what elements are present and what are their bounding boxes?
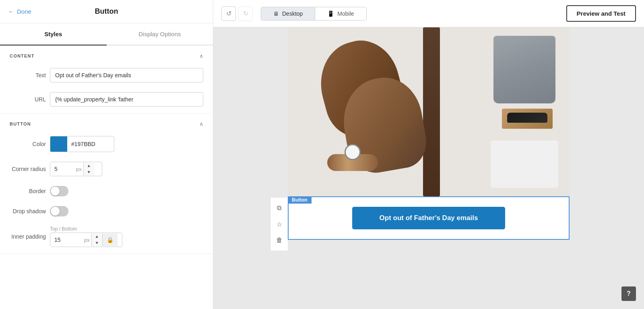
mobile-icon: 📱 <box>327 10 334 17</box>
button-inner: Opt out of Father's Day emails <box>289 197 569 239</box>
content-section: CONTENT ∧ Text URL <box>0 45 213 113</box>
inner-padding-increment[interactable]: ▲ <box>92 233 102 240</box>
corner-radius-decrement[interactable]: ▼ <box>84 169 94 175</box>
corner-radius-stepper: ▲ ▼ <box>83 163 94 175</box>
favorite-tool-button[interactable]: ☆ <box>272 217 287 231</box>
color-swatch[interactable] <box>50 136 67 152</box>
shirt-element <box>491 140 558 188</box>
wallet-sunglass-element <box>502 109 553 129</box>
content-section-title: CONTENT <box>10 54 35 58</box>
color-row: Color <box>0 133 213 159</box>
inner-padding-input[interactable] <box>50 233 83 247</box>
view-toggle: 🖥 Desktop 📱 Mobile <box>261 7 367 21</box>
sunglass-lens <box>507 113 548 123</box>
done-button[interactable]: ← Done <box>8 8 31 15</box>
lock-button[interactable]: 🔒 <box>102 233 118 246</box>
tab-styles[interactable]: Styles <box>0 23 107 45</box>
content-section-header: CONTENT ∧ <box>0 45 213 65</box>
copy-tool-button[interactable]: ⧉ <box>272 201 287 215</box>
watch-element <box>327 154 378 171</box>
trousers-element <box>493 36 555 103</box>
text-input[interactable] <box>50 68 203 82</box>
color-picker[interactable] <box>50 136 114 152</box>
content-collapse-icon[interactable]: ∧ <box>199 53 203 59</box>
inner-padding-decrement[interactable]: ▼ <box>92 240 102 246</box>
top-bar: ↺ ↻ 🖥 Desktop 📱 Mobile Preview and Test <box>213 0 644 27</box>
url-label: URL <box>10 96 46 103</box>
email-image-block <box>288 27 570 196</box>
watch-face <box>345 144 361 160</box>
undo-icon: ↺ <box>226 10 231 17</box>
desktop-view-button[interactable]: 🖥 Desktop <box>261 7 315 20</box>
url-input[interactable] <box>50 92 203 107</box>
corner-radius-input[interactable] <box>50 162 74 176</box>
color-hex-input[interactable] <box>67 137 107 151</box>
inner-padding-input-group: px ▲ ▼ 🔒 <box>50 233 122 247</box>
help-button[interactable]: ? <box>621 286 636 301</box>
right-panel: ↺ ↻ 🖥 Desktop 📱 Mobile Preview and Test <box>213 0 644 309</box>
belt-element <box>423 27 440 196</box>
tab-bar: Styles Display Options <box>0 23 213 45</box>
email-canvas: Button ⧉ ☆ 🗑 Opt out of Father's Day ema… <box>213 27 644 309</box>
border-toggle[interactable] <box>50 186 68 196</box>
redo-icon: ↻ <box>243 10 248 17</box>
button-block[interactable]: Button ⧉ ☆ 🗑 Opt out of Father's Day ema… <box>288 196 570 240</box>
panel-content: CONTENT ∧ Text URL BUTTON ∧ Color <box>0 45 213 309</box>
desktop-icon: 🖥 <box>273 10 279 17</box>
inner-padding-label: Inner padding <box>10 233 46 240</box>
border-row: Border <box>0 183 213 203</box>
button-section: BUTTON ∧ Color Corner radius px ▲ <box>0 113 213 254</box>
corner-radius-input-group: px ▲ ▼ <box>50 162 102 176</box>
desktop-label: Desktop <box>282 10 303 17</box>
email-preview: Button ⧉ ☆ 🗑 Opt out of Father's Day ema… <box>213 27 644 309</box>
undo-redo-group: ↺ ↻ <box>221 6 253 21</box>
text-row: Text <box>0 65 213 89</box>
button-section-header: BUTTON ∧ <box>0 113 213 133</box>
button-section-title: BUTTON <box>10 122 31 126</box>
left-panel: ← Done Button Styles Display Options CON… <box>0 0 213 309</box>
panel-title: Button <box>95 7 118 16</box>
text-label: Text <box>10 72 46 78</box>
mobile-label: Mobile <box>337 10 354 17</box>
mobile-view-button[interactable]: 📱 Mobile <box>315 7 366 20</box>
corner-radius-increment[interactable]: ▲ <box>84 163 94 169</box>
color-label: Color <box>10 141 46 147</box>
border-label: Border <box>10 188 46 194</box>
redo-button[interactable]: ↻ <box>238 6 253 21</box>
tab-display-options[interactable]: Display Options <box>107 23 213 45</box>
corner-radius-unit: px <box>74 166 83 172</box>
inner-padding-row: Inner padding Top / Bottom px ▲ ▼ 🔒 <box>0 223 213 253</box>
inner-padding-stepper: ▲ ▼ <box>91 233 102 246</box>
delete-tool-button[interactable]: 🗑 <box>272 233 287 247</box>
cta-button[interactable]: Opt out of Father's Day emails <box>352 207 505 229</box>
flatlay-image <box>288 27 570 196</box>
inner-padding-sublabel: Top / Bottom <box>50 226 122 232</box>
drop-shadow-row: Drop shadow <box>0 203 213 223</box>
url-row: URL <box>0 89 213 113</box>
button-collapse-icon[interactable]: ∧ <box>199 121 203 127</box>
back-arrow-icon: ← <box>8 8 14 15</box>
inner-padding-unit: px <box>83 237 91 243</box>
corner-radius-label: Corner radius <box>10 166 46 172</box>
drop-shadow-label: Drop shadow <box>10 208 46 214</box>
done-label: Done <box>17 8 31 15</box>
drop-shadow-toggle[interactable] <box>50 206 68 216</box>
undo-button[interactable]: ↺ <box>221 6 236 21</box>
corner-radius-row: Corner radius px ▲ ▼ <box>0 159 213 183</box>
panel-header: ← Done Button <box>0 0 213 23</box>
side-tools: ⧉ ☆ 🗑 <box>270 197 288 251</box>
preview-test-button[interactable]: Preview and Test <box>566 5 636 22</box>
